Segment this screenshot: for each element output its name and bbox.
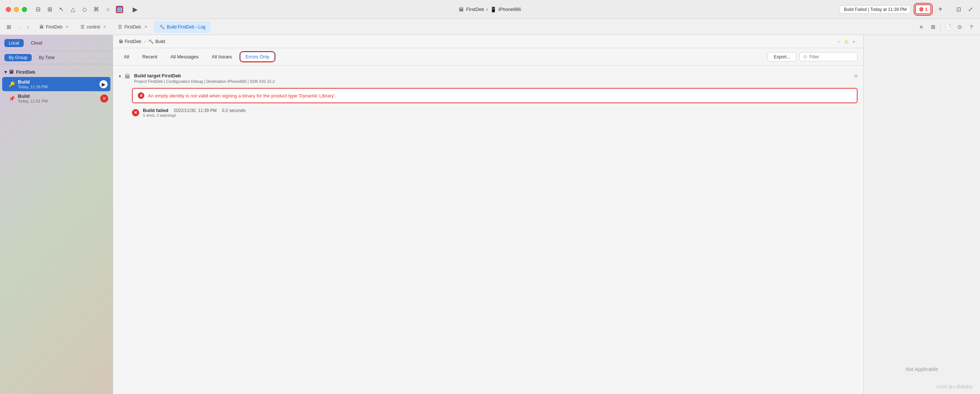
filter-errors-only-button[interactable]: Errors Only: [240, 52, 275, 62]
delete-icon[interactable]: ✕: [100, 94, 108, 102]
breadcrumb-forward-button[interactable]: ›: [850, 38, 858, 45]
sidebar-toggle-icon[interactable]: ⊟: [34, 6, 41, 13]
tab-label: FirstDeb: [124, 24, 141, 30]
breadcrumb-chevron: ›: [486, 6, 488, 12]
chevron-down-icon: ▾: [4, 69, 7, 75]
item-label: Build: [18, 79, 97, 85]
filter-all-messages-button[interactable]: All Messages: [165, 52, 204, 61]
toolbar-list-icon[interactable]: ≡: [917, 22, 926, 31]
filter-bar: All Recent All Messages All Issues Error…: [113, 48, 863, 65]
filter-input-wrap: ⊙: [799, 52, 858, 61]
warning-icon: ⚠: [844, 39, 849, 45]
cursor-icon[interactable]: ↖: [57, 6, 65, 13]
tab-control[interactable]: ☰ control ✕: [75, 21, 112, 33]
warning-nav-icon[interactable]: △: [69, 6, 76, 13]
breadcrumb-back-button[interactable]: ‹: [835, 38, 843, 45]
breadcrumb-bar: 🏛 FirstDeb › 🔨 Build ‹ ⚠ ›: [113, 35, 863, 48]
bubble-icon[interactable]: ○: [104, 6, 111, 13]
full-screen-icon[interactable]: ⤢: [967, 6, 974, 13]
build-failed-row[interactable]: ✕ Build failed 2022/11/30, 11:39 PM 0.2 …: [132, 105, 858, 120]
add-tab-button[interactable]: +: [935, 5, 945, 14]
group-icon: 🏛: [9, 69, 14, 75]
tab-icon: ☰: [118, 24, 122, 30]
sidebar-filter-bar: By Group By Time: [0, 51, 113, 64]
local-scope-button[interactable]: Local: [4, 39, 24, 47]
toolbar-split-icon[interactable]: ⊞: [929, 22, 937, 31]
log-content: ▾ 🏛 Build target FirstDeb Project FirstD…: [113, 65, 863, 394]
title-bar-right-icons: ⊡ ⤢: [955, 6, 974, 13]
error-count-badge: ⊗ 1: [915, 5, 931, 14]
item-time: Today, 11:39 PM: [18, 85, 97, 89]
toolbar-nav: ‹ ›: [15, 23, 32, 31]
toolbar-help-icon[interactable]: ?: [967, 22, 976, 31]
error-message-text: An empty identity is not valid when sign…: [148, 93, 336, 99]
build-failed-title: Build failed 2022/11/30, 11:39 PM 0.2 se…: [143, 108, 246, 113]
tab-firstdeb2[interactable]: ☰ FirstDeb ✕: [113, 21, 153, 33]
grid-icon[interactable]: ⊞: [46, 6, 53, 13]
menu-dots-icon[interactable]: ≡: [854, 73, 858, 80]
by-time-button[interactable]: By Time: [35, 54, 59, 61]
filter-all-issues-button[interactable]: All Issues: [207, 52, 237, 61]
sidebar-content: ▾ 🏛 FirstDeb 🔑 Build Today, 11:39 PM ▶: [0, 64, 113, 394]
tab-label: control: [87, 24, 100, 30]
build-status-text: Build Failed | Today at 11:39 PM: [844, 7, 906, 12]
tab-close-icon[interactable]: ✕: [143, 24, 148, 30]
cloud-scope-button[interactable]: Cloud: [27, 39, 47, 47]
build-target-info: Build target FirstDeb Project FirstDeb |…: [134, 73, 851, 83]
export-button[interactable]: Export...: [767, 52, 796, 62]
breadcrumb-nav: ‹ ⚠ ›: [835, 38, 858, 45]
sidebar-icon-group: ⊟ ⊞ ↖ △ ◇ ⌘ ○ ▤: [34, 6, 123, 13]
error-message-row[interactable]: ✕ An empty identity is not valid when si…: [132, 88, 858, 103]
sidebar-item-build-1139[interactable]: 🔑 Build Today, 11:39 PM ▶: [2, 77, 110, 91]
project-name: FirstDeb: [466, 6, 484, 12]
filter-icon: ⊙: [803, 54, 807, 59]
tab-close-icon[interactable]: ✕: [102, 24, 107, 30]
by-group-button[interactable]: By Group: [4, 54, 32, 61]
filter-input[interactable]: [810, 54, 853, 59]
main-layout: Local Cloud By Group By Time ▾ 🏛 FirstDe…: [0, 35, 980, 394]
filter-all-button[interactable]: All: [119, 52, 134, 61]
device-icon[interactable]: ⌘: [92, 6, 100, 13]
diamond-icon[interactable]: ◇: [81, 6, 88, 13]
play-button[interactable]: ▶: [130, 5, 140, 14]
maximize-button[interactable]: [22, 7, 27, 12]
doc-icon[interactable]: ▤: [116, 6, 123, 13]
toolbar: ⊞ ‹ › 🏛 FirstDeb ✕ ☰ control ✕ ☰ FirstDe…: [0, 19, 980, 35]
device-icon-title: 📱: [490, 6, 496, 13]
toolbar-grid-icon[interactable]: ⊞: [4, 22, 13, 31]
sidebar-group-header[interactable]: ▾ 🏛 FirstDeb: [0, 67, 113, 77]
build-target-title: Build target FirstDeb: [134, 73, 851, 78]
arrow-icon: ▶: [100, 80, 108, 88]
breadcrumb-build: 🔨 Build: [148, 39, 165, 44]
chevron-icon: ▾: [119, 74, 121, 79]
tab-firstdeb[interactable]: 🏛 FirstDeb ✕: [34, 21, 75, 33]
minimize-button[interactable]: [14, 7, 19, 12]
toolbar-history-icon[interactable]: ⊙: [955, 22, 964, 31]
not-applicable-text: Not Applicable: [906, 366, 939, 372]
sidebar-group: ▾ 🏛 FirstDeb 🔑 Build Today, 11:39 PM ▶: [0, 67, 113, 105]
close-button[interactable]: [6, 7, 11, 12]
split-view-icon[interactable]: ⊡: [955, 6, 963, 13]
sidebar-item-build-1101[interactable]: 📌 Build Today, 11:01 PM ✕: [0, 91, 113, 105]
build-failed-icon: ✕: [132, 109, 139, 116]
build-failed-summary: 1 error, 2 warnings: [143, 113, 246, 118]
project-icon: 🏛: [459, 6, 464, 13]
editor-tabs: 🏛 FirstDeb ✕ ☰ control ✕ ☰ FirstDeb ✕ 🔨 …: [34, 21, 211, 33]
breadcrumb-build-label: Build: [155, 39, 165, 44]
traffic-lights: [6, 7, 27, 12]
title-bar: ⊟ ⊞ ↖ △ ◇ ⌘ ○ ▤ ▶ 🏛 FirstDeb › 📱 iPhone6…: [0, 0, 980, 19]
item-time: Today, 11:01 PM: [18, 99, 97, 103]
breadcrumb-build-icon: 🔨: [148, 39, 154, 44]
toolbar-back-button[interactable]: ‹: [15, 23, 23, 31]
content-area: 🏛 FirstDeb › 🔨 Build ‹ ⚠ › All Recent Al…: [113, 35, 863, 394]
filter-recent-button[interactable]: Recent: [137, 52, 162, 61]
tab-build-log[interactable]: 🔨 Build FirstDeb - Log: [154, 21, 211, 33]
build-target-row[interactable]: ▾ 🏛 Build target FirstDeb Project FirstD…: [119, 70, 858, 86]
breadcrumb-separator: ›: [144, 39, 145, 44]
toolbar-doc-icon[interactable]: 📄: [943, 22, 952, 31]
toolbar-divider: [940, 23, 941, 30]
sidebar-header: Local Cloud: [0, 35, 113, 51]
toolbar-forward-button[interactable]: ›: [24, 23, 32, 31]
tab-close-icon[interactable]: ✕: [65, 24, 70, 30]
build-icon: 📌: [9, 96, 15, 101]
